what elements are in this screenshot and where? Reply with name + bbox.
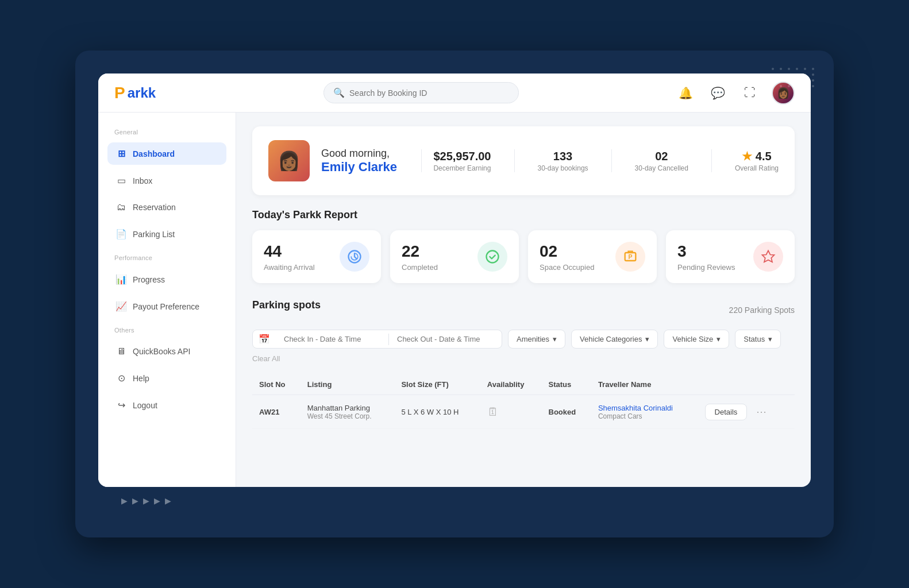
stat-divider-2 xyxy=(611,149,612,172)
clear-filter-button[interactable]: Clear All xyxy=(252,354,280,363)
date-filter[interactable]: 📅 xyxy=(252,330,502,349)
dot-grid-decoration xyxy=(772,68,816,87)
stat-earnings: $25,957.00 December Earning xyxy=(433,150,491,172)
details-button[interactable]: Details xyxy=(705,404,748,420)
expand-button[interactable]: ⛶ xyxy=(739,83,760,103)
cell-slot-size: 5 L X 6 W X 10 H xyxy=(394,395,480,429)
sidebar-item-inbox[interactable]: ▭ Inbox xyxy=(107,169,226,192)
arrow-3: ▶ xyxy=(143,496,149,505)
chevron-down-icon: ▾ xyxy=(553,335,557,343)
bottom-arrows: ▶ ▶ ▶ ▶ ▶ xyxy=(98,487,811,514)
parking-total: 220 Parking Spots xyxy=(729,305,795,315)
stat-divider-3 xyxy=(711,149,712,172)
checkin-input[interactable] xyxy=(276,330,388,348)
parking-list-icon: 📄 xyxy=(115,229,127,239)
awaiting-icon xyxy=(340,242,369,272)
app-window: P arkk 🔍 🔔 💬 ⛶ 👩 xyxy=(98,74,811,487)
report-card-reviews: 3 Pending Reviews xyxy=(666,230,795,283)
chevron-down-icon: ▾ xyxy=(645,335,649,343)
report-cards: 44 Awaiting Arrival xyxy=(252,230,795,283)
cell-status: Booked xyxy=(542,395,591,429)
occupied-number: 02 xyxy=(540,242,594,261)
bookings-value: 133 xyxy=(538,150,588,163)
search-input[interactable] xyxy=(349,88,509,98)
notifications-button[interactable]: 🔔 xyxy=(675,83,696,103)
sidebar-item-label: Reservation xyxy=(133,203,176,212)
card-info-awaiting: 44 Awaiting Arrival xyxy=(264,242,315,272)
cell-listing: Manhattan Parking West 45 Street Corp. xyxy=(301,395,395,429)
progress-icon: 📊 xyxy=(115,274,127,285)
card-info-completed: 22 Completed xyxy=(402,242,438,272)
sidebar-others-label: Others xyxy=(107,322,226,336)
th-status: Status xyxy=(542,374,591,395)
action-group: Details ⋯ xyxy=(705,403,788,420)
th-traveller: Traveller Name xyxy=(591,374,698,395)
sidebar-item-logout[interactable]: ↪ Logout xyxy=(107,394,226,416)
stat-bookings: 133 30-day bookings xyxy=(538,150,588,172)
sidebar-item-progress[interactable]: 📊 Progress xyxy=(107,268,226,291)
help-icon: ⊙ xyxy=(115,373,127,384)
status-filter[interactable]: Status ▾ xyxy=(735,330,781,349)
chat-icon: 💬 xyxy=(711,86,725,100)
earnings-label: December Earning xyxy=(433,164,491,172)
filter-bar: 📅 Amenities ▾ Vehicle Categories ▾ xyxy=(252,330,795,363)
th-actions xyxy=(698,374,795,395)
chevron-down-icon: ▾ xyxy=(768,335,772,343)
sidebar-item-label: Inbox xyxy=(133,176,152,185)
app-logo: P arkk xyxy=(114,84,156,102)
avatar-emoji: 👩🏾 xyxy=(278,150,301,172)
listing-name: Manhattan Parking xyxy=(307,404,388,412)
checkout-input[interactable] xyxy=(389,330,502,348)
card-info-reviews: 3 Pending Reviews xyxy=(677,242,735,272)
completed-icon xyxy=(477,242,507,272)
parking-title: Parking spots xyxy=(252,299,321,311)
welcome-greeting: Good morning, xyxy=(321,148,410,160)
sidebar-item-dashboard[interactable]: ⊞ Dashboard xyxy=(107,142,226,165)
reviews-icon xyxy=(753,242,783,272)
arrow-5: ▶ xyxy=(165,496,171,505)
traveller-name: Shemsakhita Corinaldi xyxy=(598,404,691,412)
sidebar-item-help[interactable]: ⊙ Help xyxy=(107,367,226,389)
vehicle-size-filter[interactable]: Vehicle Size ▾ xyxy=(664,330,729,349)
table-body: AW21 Manhattan Parking West 45 Street Co… xyxy=(252,395,795,429)
earnings-value: $25,957.00 xyxy=(433,150,491,163)
th-availability: Availablity xyxy=(480,374,542,395)
occupied-label: Space Occupied xyxy=(540,263,594,272)
sidebar-item-reservation[interactable]: 🗂 Reservation xyxy=(107,196,226,218)
more-options-button[interactable]: ⋯ xyxy=(752,403,771,420)
stat-divider-0 xyxy=(421,149,422,172)
payout-icon: 📈 xyxy=(115,301,127,312)
chevron-down-icon: ▾ xyxy=(717,335,721,343)
sidebar-item-quickbooks[interactable]: 🖥 QuickBooks API xyxy=(107,341,226,362)
report-card-completed: 22 Completed xyxy=(390,230,519,283)
report-card-occupied: 02 Space Occupied P xyxy=(528,230,657,283)
sidebar-item-label: Logout xyxy=(133,401,157,410)
parking-header: Parking spots 220 Parking Spots xyxy=(252,299,795,320)
dashboard-icon: ⊞ xyxy=(115,148,127,159)
reviews-label: Pending Reviews xyxy=(677,263,735,272)
logo-p-char: P xyxy=(114,84,125,102)
vehicle-categories-filter[interactable]: Vehicle Categories ▾ xyxy=(571,330,658,349)
sidebar-item-parking-list[interactable]: 📄 Parking List xyxy=(107,223,226,245)
search-icon: 🔍 xyxy=(333,87,345,98)
cancelled-value: 02 xyxy=(635,150,688,163)
sidebar: General ⊞ Dashboard ▭ Inbox 🗂 Reservatio… xyxy=(98,113,236,487)
rating-label: Overall Rating xyxy=(735,164,779,172)
svg-marker-4 xyxy=(762,251,775,262)
amenities-filter[interactable]: Amenities ▾ xyxy=(508,330,565,349)
inbox-icon: ▭ xyxy=(115,175,127,186)
messages-button[interactable]: 💬 xyxy=(707,83,728,103)
sidebar-item-label: Payout Preference xyxy=(133,302,199,311)
stat-cancelled: 02 30-day Cancelled xyxy=(635,150,688,172)
expand-icon: ⛶ xyxy=(744,86,756,99)
sidebar-item-label: Parking List xyxy=(133,230,175,239)
cancelled-label: 30-day Cancelled xyxy=(635,164,688,172)
cell-slot-no: AW21 xyxy=(252,395,301,429)
sidebar-item-payout[interactable]: 📈 Payout Preference xyxy=(107,295,226,318)
arrow-4: ▶ xyxy=(154,496,160,505)
cell-traveller: Shemsakhita Corinaldi Compact Cars xyxy=(591,395,698,429)
awaiting-label: Awaiting Arrival xyxy=(264,263,315,272)
bookings-label: 30-day bookings xyxy=(538,164,588,172)
welcome-avatar: 👩🏾 xyxy=(268,140,310,181)
search-input-wrap[interactable]: 🔍 xyxy=(323,82,519,103)
